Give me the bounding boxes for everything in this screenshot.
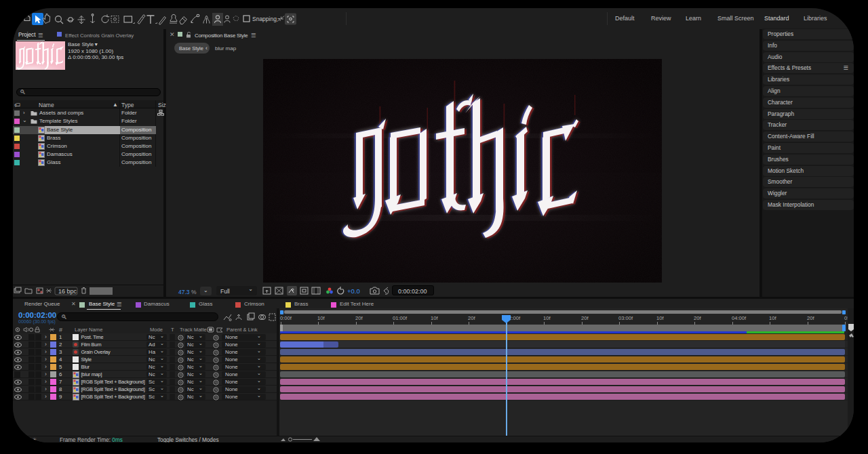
svg-text:#: # bbox=[59, 327, 62, 333]
svg-text:16 bpc: 16 bpc bbox=[58, 288, 77, 295]
svg-text:+0.0: +0.0 bbox=[347, 287, 360, 295]
